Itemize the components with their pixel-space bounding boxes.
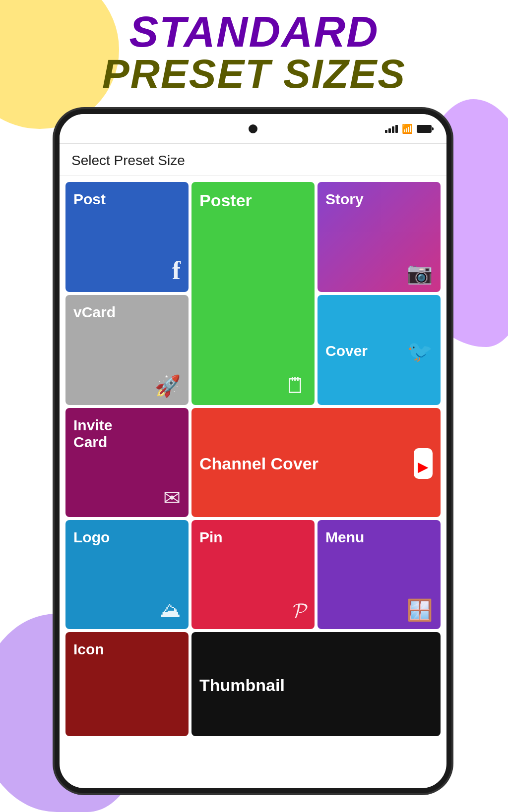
title-line2: PRESET SIZES (0, 54, 508, 94)
cover-label: Cover (325, 343, 368, 359)
invite-icon: ✉ (73, 486, 181, 510)
preset-logo[interactable]: Logo ⛰ (65, 520, 189, 629)
phone-mockup: 📶 Select Preset Size Post f Poster 🗒 Sto… (55, 109, 451, 793)
instagram-icon: 📷 (325, 261, 433, 285)
youtube-icon (414, 448, 433, 479)
post-label: Post (73, 191, 181, 208)
facebook-icon: f (73, 256, 181, 285)
signal-icon (385, 125, 398, 133)
story-label: Story (325, 191, 433, 208)
preset-menu[interactable]: Menu 🪟 (318, 520, 441, 629)
poster-label: Poster (199, 191, 307, 210)
app-screen: Select Preset Size Post f Poster 🗒 Story… (60, 144, 446, 742)
menu-doc-icon: 🪟 (325, 598, 433, 622)
title-line1: STANDARD (0, 10, 508, 54)
preset-grid: Post f Poster 🗒 Story 📷 vCard 🚀 Cover (60, 176, 446, 742)
battery-icon (417, 125, 432, 133)
twitter-icon: 🐦 (407, 339, 433, 363)
preset-cover[interactable]: Cover 🐦 (318, 295, 441, 405)
rocket-icon: 🚀 (73, 374, 181, 398)
invite-label: Invite Card (73, 417, 181, 451)
preset-post[interactable]: Post f (65, 182, 189, 292)
poster-icon: 🗒 (199, 373, 307, 398)
channel-label: Channel Cover (199, 454, 318, 473)
preset-story[interactable]: Story 📷 (318, 182, 441, 292)
preset-thumbnail[interactable]: Thumbnail (191, 632, 441, 736)
preset-pin[interactable]: Pin 𝓟 (191, 520, 315, 629)
pin-label: Pin (199, 529, 307, 546)
pinterest-icon: 𝓟 (199, 598, 307, 622)
preset-icon[interactable]: Icon (65, 632, 189, 736)
wifi-icon: 📶 (402, 123, 413, 134)
thumbnail-label: Thumbnail (199, 676, 285, 695)
vcard-label: vCard (73, 304, 181, 321)
preset-channel-cover[interactable]: Channel Cover (191, 408, 441, 517)
phone-notch: 📶 (60, 114, 446, 144)
logo-icon: ⛰ (73, 598, 181, 622)
screen-title: Select Preset Size (60, 144, 446, 176)
camera-dot (249, 124, 257, 133)
status-bar: 📶 (385, 123, 432, 134)
icon-label: Icon (73, 641, 181, 658)
menu-label: Menu (325, 529, 433, 546)
page-header: STANDARD PRESET SIZES (0, 10, 508, 94)
preset-poster[interactable]: Poster 🗒 (191, 182, 315, 405)
preset-invite[interactable]: Invite Card ✉ (65, 408, 189, 517)
preset-vcard[interactable]: vCard 🚀 (65, 295, 189, 405)
logo-label: Logo (73, 529, 181, 546)
